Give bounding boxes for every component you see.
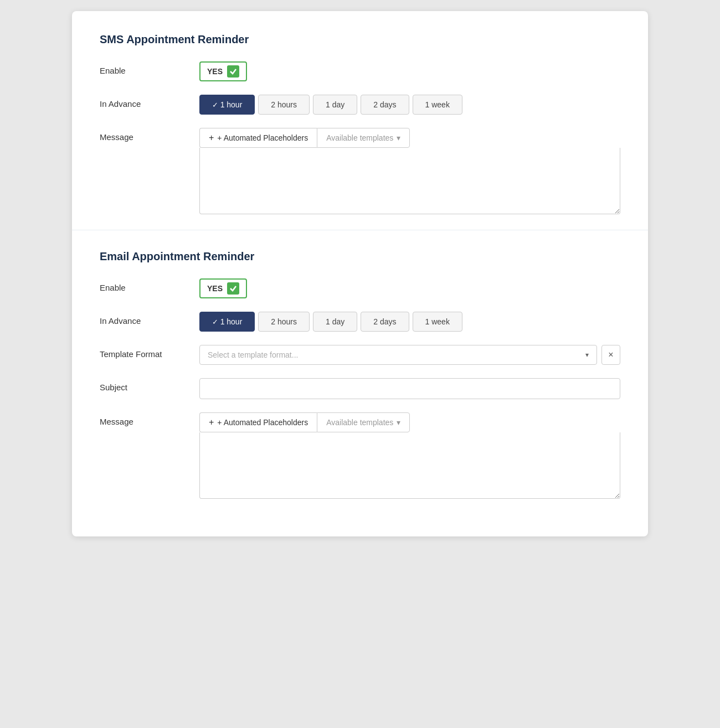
email-template-format-control: Select a template format... ▾ × xyxy=(199,345,620,365)
email-message-label: Message xyxy=(100,412,199,426)
email-yes-text: YES xyxy=(207,284,223,293)
sms-message-textarea[interactable] xyxy=(199,148,620,214)
email-templates-label: Available templates xyxy=(326,418,393,427)
email-subject-input[interactable] xyxy=(199,378,620,399)
sms-templates-button[interactable]: Available templates ▾ xyxy=(317,128,410,148)
email-template-clear-icon: × xyxy=(608,350,613,360)
sms-advance-1week[interactable]: 1 week xyxy=(413,95,462,115)
sms-message-toolbar: + + Automated Placeholders Available tem… xyxy=(199,128,620,148)
sms-advance-2days[interactable]: 2 days xyxy=(361,95,409,115)
email-message-textarea[interactable] xyxy=(199,432,620,499)
sms-message-row: Message + + Automated Placeholders Avail… xyxy=(100,128,620,216)
email-advance-1day[interactable]: 1 day xyxy=(313,312,357,332)
sms-enable-label: Enable xyxy=(100,61,199,75)
email-plus-icon: + xyxy=(209,417,214,427)
email-placeholders-button[interactable]: + + Automated Placeholders xyxy=(199,412,317,432)
sms-in-advance-row: In Advance 1 hour 2 hours 1 day 2 days 1… xyxy=(100,95,620,115)
email-section-title: Email Appointment Reminder xyxy=(100,250,620,263)
email-check-icon xyxy=(227,282,239,295)
email-template-format-label: Template Format xyxy=(100,345,199,359)
email-templates-button[interactable]: Available templates ▾ xyxy=(317,412,410,432)
main-card: SMS Appointment Reminder Enable YES In A… xyxy=(72,11,648,536)
email-template-format-wrapper: Select a template format... ▾ × xyxy=(199,345,620,365)
email-advance-2hours[interactable]: 2 hours xyxy=(258,312,310,332)
email-enable-control: YES xyxy=(199,278,620,298)
email-advance-buttons: 1 hour 2 hours 1 day 2 days 1 week xyxy=(199,312,620,332)
sms-section: SMS Appointment Reminder Enable YES In A… xyxy=(100,33,620,216)
email-subject-label: Subject xyxy=(100,378,199,392)
sms-templates-chevron-icon: ▾ xyxy=(397,133,400,142)
sms-plus-icon: + xyxy=(209,133,214,143)
sms-templates-label: Available templates xyxy=(326,133,393,142)
email-template-placeholder: Select a template format... xyxy=(208,350,298,359)
email-template-format-row: Template Format Select a template format… xyxy=(100,345,620,365)
sms-enable-control: YES xyxy=(199,61,620,81)
email-section: Email Appointment Reminder Enable YES In… xyxy=(100,250,620,501)
email-message-toolbar: + + Automated Placeholders Available tem… xyxy=(199,412,620,432)
sms-check-icon xyxy=(227,65,239,78)
sms-placeholders-button[interactable]: + + Automated Placeholders xyxy=(199,128,317,148)
sms-enable-toggle[interactable]: YES xyxy=(199,61,247,81)
section-divider xyxy=(72,230,648,230)
sms-enable-row: Enable YES xyxy=(100,61,620,81)
sms-in-advance-label: In Advance xyxy=(100,95,199,109)
sms-advance-1hour[interactable]: 1 hour xyxy=(199,95,255,115)
email-message-control: + + Automated Placeholders Available tem… xyxy=(199,412,620,501)
email-template-select[interactable]: Select a template format... ▾ xyxy=(199,345,597,365)
email-message-row: Message + + Automated Placeholders Avail… xyxy=(100,412,620,501)
email-template-clear-button[interactable]: × xyxy=(601,345,620,365)
email-in-advance-label: In Advance xyxy=(100,312,199,326)
email-placeholders-label: + Automated Placeholders xyxy=(217,418,308,427)
sms-advance-2hours[interactable]: 2 hours xyxy=(258,95,310,115)
email-enable-label: Enable xyxy=(100,278,199,292)
sms-advance-1day[interactable]: 1 day xyxy=(313,95,357,115)
email-advance-1hour[interactable]: 1 hour xyxy=(199,312,255,332)
email-in-advance-row: In Advance 1 hour 2 hours 1 day 2 days 1… xyxy=(100,312,620,332)
email-subject-control xyxy=(199,378,620,399)
sms-placeholders-label: + Automated Placeholders xyxy=(217,133,308,142)
email-enable-row: Enable YES xyxy=(100,278,620,298)
sms-yes-text: YES xyxy=(207,67,223,76)
sms-advance-buttons: 1 hour 2 hours 1 day 2 days 1 week xyxy=(199,95,620,115)
sms-section-title: SMS Appointment Reminder xyxy=(100,33,620,46)
email-templates-chevron-icon: ▾ xyxy=(397,418,400,427)
email-advance-2days[interactable]: 2 days xyxy=(361,312,409,332)
sms-message-label: Message xyxy=(100,128,199,142)
email-subject-row: Subject xyxy=(100,378,620,399)
email-advance-1week[interactable]: 1 week xyxy=(413,312,462,332)
sms-message-control: + + Automated Placeholders Available tem… xyxy=(199,128,620,216)
email-template-chevron-icon: ▾ xyxy=(585,351,589,359)
email-enable-toggle[interactable]: YES xyxy=(199,278,247,298)
